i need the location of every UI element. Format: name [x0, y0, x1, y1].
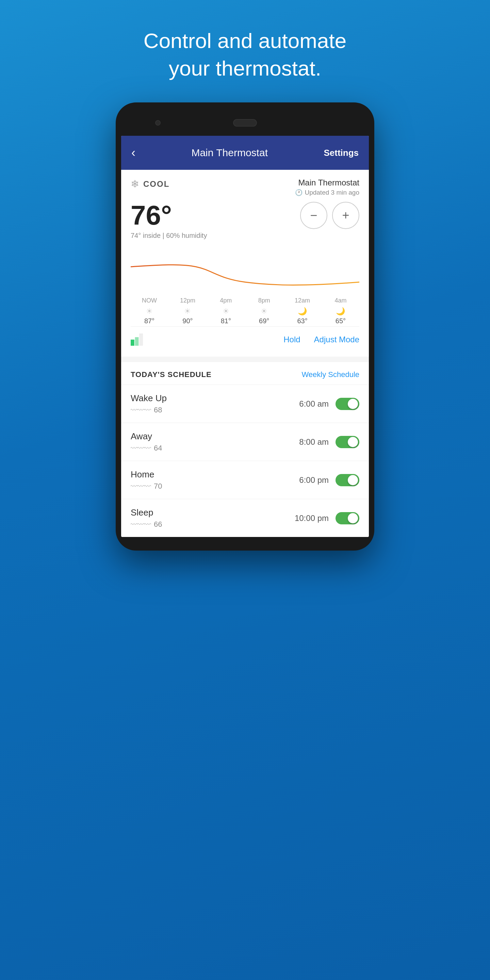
forecast-time-label: 8pm: [249, 297, 279, 304]
schedule-toggle[interactable]: [336, 512, 360, 524]
device-name: Main Thermostat: [295, 178, 360, 188]
inside-info: 74° inside | 60% humidity: [130, 232, 360, 240]
schedule-item-time: 6:00 am: [299, 399, 329, 409]
schedule-item-temp: 64: [154, 444, 162, 453]
toggle-knob: [348, 475, 358, 485]
card-bottom-row: Hold Adjust Mode: [130, 326, 360, 348]
thermostat-card: ❄ COOL Main Thermostat 🕐 Updated 3 min a…: [121, 170, 369, 356]
settings-button[interactable]: Settings: [324, 148, 359, 158]
svg-marker-2: [139, 334, 143, 346]
forecast-point: ☀90°: [172, 307, 203, 325]
schedule-item-temp-row: 〰〰〰 70: [130, 482, 162, 491]
forecast-temp: 69°: [259, 317, 269, 325]
clock-icon: 🕐: [295, 189, 302, 196]
schedule-item: Wake Up 〰〰〰 68 6:00 am: [121, 385, 369, 423]
schedule-toggle[interactable]: [336, 398, 360, 410]
phone-screen: ‹ Main Thermostat Settings ❄ COOL Main T…: [121, 136, 369, 537]
updated-time: 🕐 Updated 3 min ago: [295, 189, 360, 196]
phone-speaker: [233, 119, 257, 127]
forecast-curve: [130, 260, 360, 291]
forecast-temp: 65°: [336, 317, 346, 325]
device-info: Main Thermostat 🕐 Updated 3 min ago: [295, 178, 360, 196]
action-buttons: Hold Adjust Mode: [283, 335, 360, 344]
back-button[interactable]: ‹: [131, 146, 135, 160]
phone-top-bar: [121, 113, 369, 133]
schedule-item-temp: 66: [154, 520, 162, 529]
forecast-point: 🌙63°: [287, 307, 318, 325]
schedule-item-temp-row: 〰〰〰 64: [130, 444, 162, 453]
schedule-item-left: Wake Up 〰〰〰 68: [130, 393, 167, 414]
heat-icon: 〰〰〰: [130, 406, 151, 414]
schedule-item-temp: 70: [154, 482, 162, 491]
toggle-knob: [348, 513, 358, 523]
card-top-row: ❄ COOL Main Thermostat 🕐 Updated 3 min a…: [130, 178, 360, 196]
forecast-time-label: NOW: [134, 297, 165, 304]
forecast-point: ☀69°: [249, 307, 279, 325]
adjust-mode-button[interactable]: Adjust Mode: [314, 335, 360, 344]
header-title: Main Thermostat: [135, 147, 324, 159]
schedule-item-left: Home 〰〰〰 70: [130, 469, 162, 491]
schedule-section: TODAY'S SCHEDULE Weekly Schedule Wake Up…: [121, 362, 369, 537]
toggle-knob: [348, 399, 358, 409]
sun-icon: ☀: [184, 307, 191, 316]
schedule-item-left: Sleep 〰〰〰 66: [130, 508, 162, 529]
forecast-temp: 87°: [144, 317, 154, 325]
hold-button[interactable]: Hold: [283, 335, 300, 344]
forecast-time-label: 4pm: [211, 297, 241, 304]
mode-indicator: ❄ COOL: [130, 178, 169, 190]
snowflake-icon: ❄: [130, 178, 139, 190]
schedule-toggle[interactable]: [336, 436, 360, 448]
phone-camera: [155, 120, 161, 126]
schedule-item-temp-row: 〰〰〰 68: [130, 406, 167, 414]
forecast-point: 🌙65°: [325, 307, 356, 325]
schedule-item: Away 〰〰〰 64 8:00 am: [121, 423, 369, 461]
forecast-point: ☀87°: [134, 307, 165, 325]
forecast-times: NOW12pm4pm8pm12am4am: [130, 297, 360, 304]
forecast-area: NOW12pm4pm8pm12am4am: [130, 247, 360, 304]
increase-button[interactable]: +: [332, 202, 360, 229]
signal-icon: [130, 334, 143, 346]
schedule-toggle[interactable]: [336, 474, 360, 486]
app-header: ‹ Main Thermostat Settings: [121, 136, 369, 170]
temperature-display: 76°: [130, 202, 172, 229]
heat-icon: 〰〰〰: [130, 520, 151, 528]
schedule-item-name: Sleep: [130, 508, 162, 518]
forecast-temp: 63°: [297, 317, 307, 325]
schedule-items-container: Wake Up 〰〰〰 68 6:00 am Away 〰〰〰 64 8:00 …: [121, 385, 369, 537]
forecast-time-label: 12am: [287, 297, 318, 304]
schedule-item-time: 6:00 pm: [299, 476, 329, 485]
forecast-temp: 81°: [221, 317, 231, 325]
schedule-item-right: 8:00 am: [299, 436, 360, 448]
schedule-item-right: 6:00 pm: [299, 474, 360, 486]
hero-title: Control and automate your thermostat.: [126, 27, 364, 82]
schedule-item-name: Home: [130, 469, 162, 480]
moon-icon: 🌙: [298, 307, 307, 316]
schedule-item-temp-row: 〰〰〰 66: [130, 520, 162, 529]
temp-controls-row: 76° − +: [130, 202, 360, 229]
schedule-item-right: 10:00 pm: [295, 512, 360, 524]
sun-icon: ☀: [223, 307, 229, 316]
heat-icon: 〰〰〰: [130, 444, 151, 452]
schedule-item: Sleep 〰〰〰 66 10:00 pm: [121, 499, 369, 537]
schedule-item-time: 10:00 pm: [295, 514, 329, 523]
svg-marker-0: [130, 340, 134, 346]
sun-icon: ☀: [146, 307, 153, 316]
moon-icon: 🌙: [336, 307, 345, 316]
schedule-item: Home 〰〰〰 70 6:00 pm: [121, 461, 369, 499]
schedule-item-time: 8:00 am: [299, 437, 329, 447]
schedule-item-temp: 68: [154, 406, 162, 414]
schedule-header: TODAY'S SCHEDULE Weekly Schedule: [121, 362, 369, 385]
control-buttons: − +: [300, 202, 360, 229]
weekly-schedule-button[interactable]: Weekly Schedule: [301, 370, 360, 379]
decrease-button[interactable]: −: [300, 202, 327, 229]
phone-outer: ‹ Main Thermostat Settings ❄ COOL Main T…: [116, 102, 374, 550]
schedule-item-left: Away 〰〰〰 64: [130, 431, 162, 453]
forecast-time-label: 12pm: [172, 297, 203, 304]
forecast-temp: 90°: [182, 317, 192, 325]
phone-wrapper: ‹ Main Thermostat Settings ❄ COOL Main T…: [116, 102, 374, 550]
schedule-item-right: 6:00 am: [299, 398, 360, 410]
heat-icon: 〰〰〰: [130, 482, 151, 490]
svg-marker-1: [135, 337, 139, 346]
forecast-time-label: 4am: [325, 297, 356, 304]
schedule-title: TODAY'S SCHEDULE: [130, 370, 212, 379]
